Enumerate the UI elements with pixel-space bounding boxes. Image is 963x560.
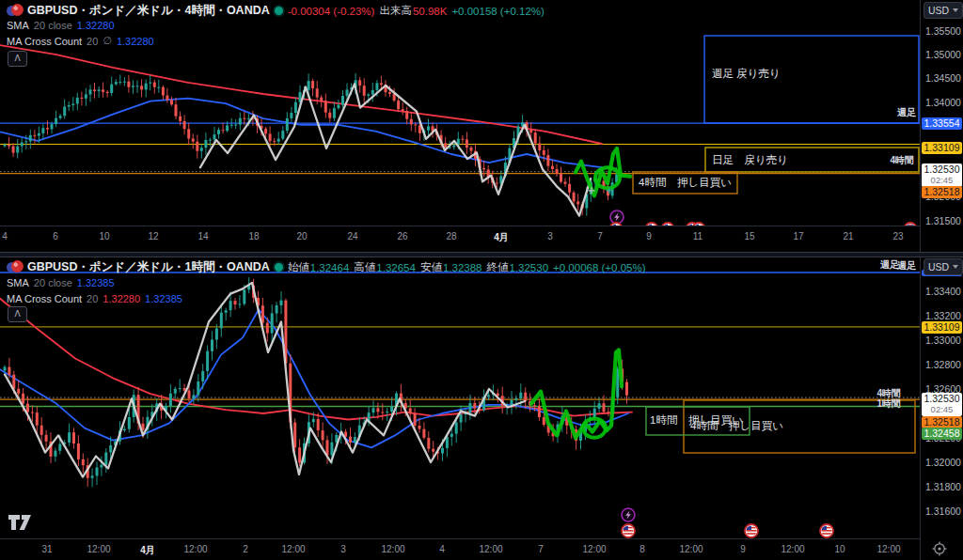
price-change-2: +0.00158 (+0.12%) — [451, 6, 544, 17]
collapse-pane-button[interactable]: ᐱ — [8, 51, 27, 67]
time-axis-4h[interactable]: 4610121418202426284月3791115172123 — [0, 226, 920, 247]
low-value: 1.32388 — [443, 262, 482, 273]
time-tick: 12:00 — [479, 544, 502, 554]
empty-set-icon: ∅ — [103, 35, 112, 47]
time-tick: 28 — [446, 231, 456, 241]
annotation-label: 日足 戻り売り — [712, 154, 788, 165]
price-tick: 1.34500 — [925, 72, 961, 84]
level-line-label: 4時間 — [867, 154, 914, 167]
time-tick: 26 — [397, 231, 407, 241]
price-tick: 1.34000 — [925, 97, 961, 108]
time-tick: 10 — [834, 544, 845, 554]
price-badge[interactable]: 1.33554 — [922, 117, 962, 130]
time-tick: 7 — [538, 544, 544, 554]
price-badge[interactable]: 1.3253002:45 — [922, 163, 962, 187]
price-tick: 1.33000 — [925, 334, 961, 346]
volume-label: 出来高 — [379, 4, 412, 18]
price-tick: 1.31800 — [925, 481, 961, 492]
high-label: 高値 — [354, 260, 375, 274]
chevron-down-icon — [953, 8, 958, 12]
price-badge[interactable]: 1.32458 — [922, 428, 962, 440]
currency-select[interactable]: USD — [924, 258, 963, 275]
annotation-label: 1時間 押し目買い — [650, 414, 743, 426]
symbol-title[interactable]: GBPUSD・ポンド／米ドル・1時間・OANDA — [27, 259, 270, 275]
time-tick: 23 — [892, 231, 903, 241]
time-tick: 31 — [41, 544, 52, 554]
time-tick: 24 — [347, 231, 357, 241]
time-tick: 14 — [197, 231, 208, 241]
tradingview-logo[interactable] — [8, 513, 36, 536]
time-tick: 10 — [99, 231, 109, 241]
gbpusd-pair-icon — [7, 259, 23, 275]
axis-settings-gear-icon[interactable] — [929, 540, 950, 560]
indicator-name: MA Cross Count — [7, 36, 82, 47]
annotation-label: 週足 戻り売り — [712, 68, 781, 79]
currency-select[interactable]: USD — [924, 2, 963, 19]
gbpusd-pair-icon — [7, 3, 23, 19]
time-tick: 17 — [793, 231, 803, 241]
ma-cross-indicator-row-4h[interactable]: MA Cross Count 20 ∅ 1.32280 — [7, 35, 154, 47]
price-scale-1h[interactable]: USD1.334001.332001.330001.328001.326001.… — [920, 256, 963, 560]
price-badge[interactable]: 1.33109 — [922, 321, 962, 334]
price-tick: 1.33400 — [925, 286, 961, 297]
indicator-params: 20 — [87, 293, 98, 304]
time-tick: 3 — [340, 544, 346, 554]
price-change: +0.00068 (+0.05%) — [553, 262, 645, 273]
time-tick: 12:00 — [281, 544, 305, 554]
time-tick: 3 — [547, 231, 553, 241]
market-status-icon — [275, 263, 283, 272]
time-tick: 12:00 — [781, 544, 804, 554]
indicator-params: 20 close — [34, 20, 72, 31]
time-tick: 12:00 — [381, 544, 404, 554]
time-tick: 4 — [439, 544, 445, 554]
time-axis-1h[interactable]: 3112:004月12:00212:00312:00412:00712:0081… — [0, 538, 920, 560]
level-line-label: 1時間 — [854, 397, 901, 411]
indicator-name: SMA — [7, 20, 29, 31]
price-tick: 1.33200 — [925, 310, 961, 321]
us-flag-event-icon — [745, 524, 758, 537]
time-tick: 4月 — [494, 231, 509, 244]
time-tick: 4月 — [140, 544, 155, 557]
low-label: 安値 — [420, 260, 442, 274]
indicator-value-1: 1.32280 — [103, 293, 140, 304]
time-tick: 18 — [248, 231, 259, 241]
time-tick: 8 — [639, 544, 645, 554]
sma-indicator-row-1h[interactable]: SMA 20 close 1.32385 — [7, 277, 115, 288]
time-tick: 11 — [693, 231, 703, 241]
close-label: 終値 — [486, 260, 508, 274]
time-tick: 12:00 — [87, 544, 110, 554]
chevron-down-icon — [953, 265, 958, 269]
time-tick: 20 — [296, 231, 307, 241]
close-value: 1.32530 — [509, 262, 548, 273]
indicator-params: 20 — [87, 36, 98, 47]
time-tick: 21 — [843, 231, 853, 241]
sma-indicator-row-4h[interactable]: SMA 20 close 1.32280 — [7, 20, 115, 31]
level-line-label: 週足 — [884, 106, 916, 119]
pane-separator[interactable] — [0, 252, 963, 257]
indicator-value: 1.32280 — [77, 20, 115, 31]
us-flag-event-icon — [622, 524, 635, 537]
time-tick: 4 — [2, 231, 8, 241]
time-tick: 12 — [148, 231, 158, 241]
lightning-event-icon — [622, 508, 635, 521]
indicator-value-2: 1.32385 — [145, 293, 182, 304]
price-badge[interactable]: 1.3253002:45 — [922, 393, 962, 416]
price-badge[interactable]: 1.32518 — [922, 186, 962, 198]
price-tick: 1.32000 — [925, 457, 961, 468]
collapse-pane-button[interactable]: ᐱ — [8, 306, 27, 322]
lightning-event-icon — [610, 210, 624, 224]
symbol-header-1h[interactable]: GBPUSD・ポンド／米ドル・1時間・OANDA 始値 1.32464 高値 1… — [7, 259, 646, 275]
price-scale-4h[interactable]: USD1.355001.350001.345001.340001.330001.… — [920, 0, 963, 252]
annotation-label: 4時間 押し目買い — [639, 177, 732, 188]
level-line-label: 週足 — [867, 258, 899, 272]
price-badge[interactable]: 1.33109 — [922, 142, 962, 154]
symbol-title[interactable]: GBPUSD・ポンド／米ドル・4時間・OANDA — [27, 3, 270, 19]
high-value: 1.32654 — [376, 262, 416, 273]
open-value: 1.32464 — [310, 262, 350, 273]
time-tick: 12:00 — [679, 544, 703, 554]
time-tick: 9 — [740, 544, 746, 554]
symbol-header-4h[interactable]: GBPUSD・ポンド／米ドル・4時間・OANDA -0.00304 (-0.23… — [7, 3, 545, 19]
time-tick: 7 — [597, 231, 603, 241]
ma-cross-indicator-row-1h[interactable]: MA Cross Count 20 1.32280 1.32385 — [7, 293, 182, 304]
time-tick: 2 — [243, 544, 248, 554]
